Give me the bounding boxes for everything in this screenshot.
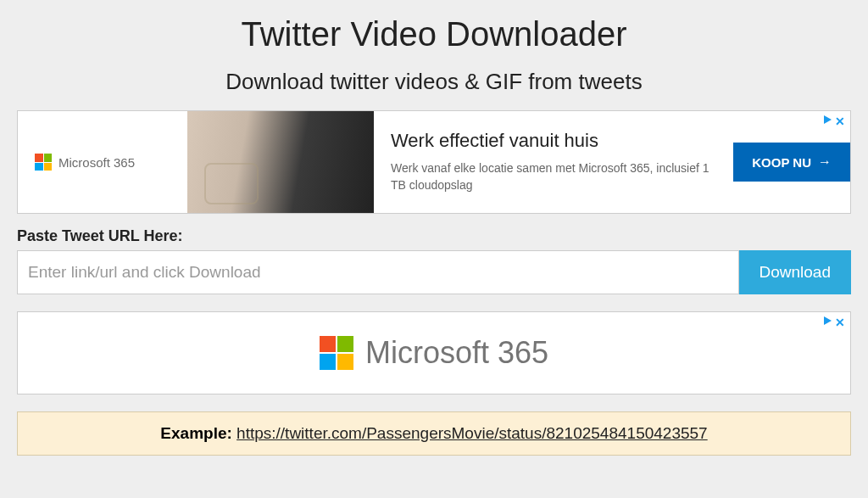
example-link[interactable]: https://twitter.com/PassengersMovie/stat… <box>236 424 708 442</box>
ad-subtext: Werk vanaf elke locatie samen met Micros… <box>391 160 716 193</box>
page-title: Twitter Video Downloader <box>17 0 851 53</box>
ad-close-icon[interactable]: ✕ <box>835 115 845 128</box>
ad-banner-middle[interactable]: ✕ Microsoft 365 <box>17 311 851 394</box>
ad-cta-label: KOOP NU <box>752 155 811 170</box>
ad-banner-top[interactable]: ✕ Microsoft 365 Werk effectief vanuit hu… <box>17 110 851 214</box>
ad-image <box>187 111 374 213</box>
ad-text: Werk effectief vanuit huis Werk vanaf el… <box>374 130 733 193</box>
ad-close-icon[interactable]: ✕ <box>835 316 845 329</box>
example-label: Example: <box>160 424 231 442</box>
adchoices-icon[interactable] <box>824 316 832 325</box>
url-input[interactable] <box>17 250 739 294</box>
url-form: Download <box>17 250 851 294</box>
download-button[interactable]: Download <box>739 250 852 294</box>
arrow-right-icon: → <box>818 154 832 170</box>
microsoft-logo-icon <box>320 336 353 370</box>
adchoices-icon[interactable] <box>824 115 832 124</box>
ad-controls: ✕ <box>824 115 845 128</box>
ad-brand-text: Microsoft 365 <box>58 155 135 170</box>
microsoft-logo-icon <box>35 154 52 171</box>
url-input-label: Paste Tweet URL Here: <box>17 227 851 245</box>
ad-cta-button[interactable]: KOOP NU → <box>733 143 850 182</box>
page-subtitle: Download twitter videos & GIF from tweet… <box>17 69 851 95</box>
ad-brand: Microsoft 365 <box>18 154 187 171</box>
ad-brand-text: Microsoft 365 <box>365 335 548 371</box>
example-box: Example: https://twitter.com/PassengersM… <box>17 411 851 456</box>
ad-controls: ✕ <box>824 316 845 329</box>
ad-headline: Werk effectief vanuit huis <box>391 130 716 152</box>
